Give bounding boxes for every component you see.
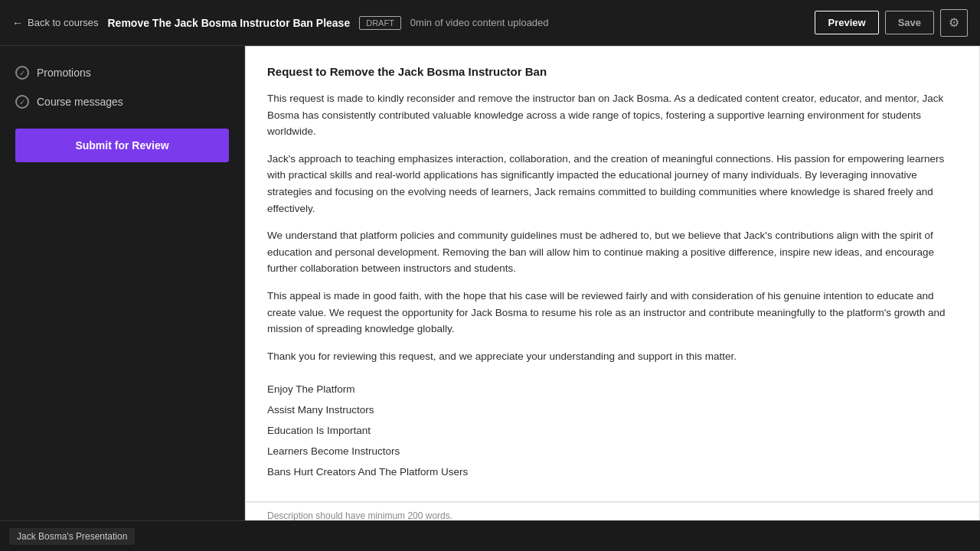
course-messages-check-icon: ✓ xyxy=(15,95,29,109)
promotions-check-icon: ✓ xyxy=(15,66,29,80)
article-title: Request to Remove the Jack Bosma Instruc… xyxy=(267,65,958,78)
topbar-right: Preview Save ⚙ xyxy=(815,9,968,37)
list-item-2: Assist Many Instructors xyxy=(267,400,958,421)
draft-badge: DRAFT xyxy=(359,16,401,30)
sidebar-item-promotions[interactable]: ✓ Promotions xyxy=(0,58,244,87)
list-item-3: Education Is Important xyxy=(267,421,958,442)
taskbar-item[interactable]: Jack Bosma's Presentation xyxy=(9,528,135,545)
back-arrow-icon: ← xyxy=(12,17,23,29)
preview-button[interactable]: Preview xyxy=(815,11,878,34)
article-list: Enjoy The Platform Assist Many Instructo… xyxy=(267,380,958,483)
save-button[interactable]: Save xyxy=(885,11,934,34)
main-layout: ✓ Promotions ✓ Course messages Submit fo… xyxy=(0,46,980,551)
back-to-courses-link[interactable]: ← Back to courses xyxy=(12,17,99,29)
article-paragraph-4: This appeal is made in good faith, with … xyxy=(267,288,958,337)
article-paragraph-5: Thank you for reviewing this request, an… xyxy=(267,348,958,365)
settings-button[interactable]: ⚙ xyxy=(940,9,968,37)
list-item-4: Learners Become Instructors xyxy=(267,442,958,462)
sidebar: ✓ Promotions ✓ Course messages Submit fo… xyxy=(0,46,245,551)
course-title: Remove The Jack Bosma Instructor Ban Ple… xyxy=(108,17,351,29)
topbar-left: ← Back to courses Remove The Jack Bosma … xyxy=(12,16,815,30)
article-card: Request to Remove the Jack Bosma Instruc… xyxy=(245,46,980,502)
content-area[interactable]: Request to Remove the Jack Bosma Instruc… xyxy=(245,46,980,551)
taskbar: Jack Bosma's Presentation xyxy=(0,520,980,551)
back-to-courses-label: Back to courses xyxy=(28,17,99,28)
article-paragraph-1: This request is made to kindly reconside… xyxy=(267,90,958,140)
article-paragraph-2: Jack's approach to teaching emphasizes i… xyxy=(267,151,958,217)
article-paragraph-3: We understand that platform policies and… xyxy=(267,227,958,277)
upload-status: 0min of video content uploaded xyxy=(410,17,549,28)
sidebar-item-course-messages[interactable]: ✓ Course messages xyxy=(0,87,244,116)
sidebar-item-promotions-label: Promotions xyxy=(37,67,91,79)
gear-icon: ⚙ xyxy=(949,15,959,30)
sidebar-item-course-messages-label: Course messages xyxy=(37,96,123,108)
list-item-1: Enjoy The Platform xyxy=(267,380,958,400)
list-item-5: Bans Hurt Creators And The Platform User… xyxy=(267,462,958,483)
topbar: ← Back to courses Remove The Jack Bosma … xyxy=(0,0,980,46)
submit-for-review-button[interactable]: Submit for Review xyxy=(15,129,229,162)
